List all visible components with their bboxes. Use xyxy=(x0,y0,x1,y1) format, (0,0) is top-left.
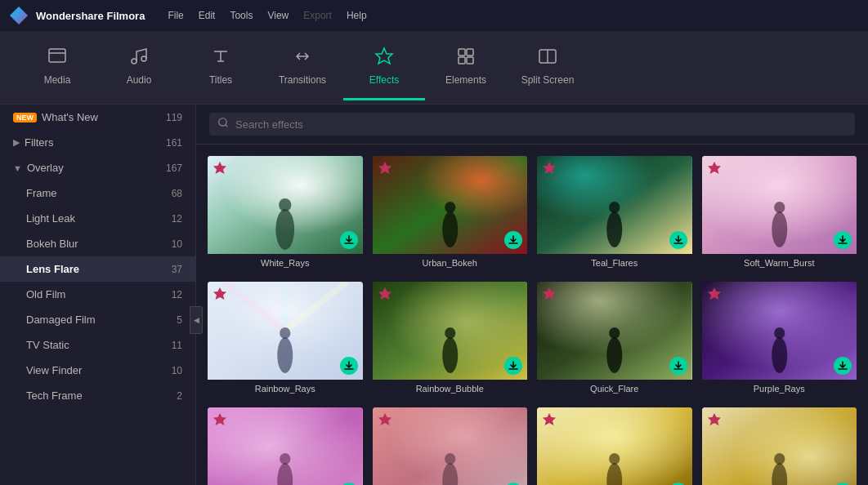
svg-point-23 xyxy=(606,211,622,247)
effect-label-urban-bokeh: Urban_Bokeh xyxy=(373,254,528,272)
effect-thumb-rainbow-rays xyxy=(208,282,363,380)
content-area: White_Rays xyxy=(196,105,868,485)
effects-grid-scroll[interactable]: White_Rays xyxy=(196,145,868,485)
tab-titles[interactable]: Titles xyxy=(180,35,262,100)
sidebar-item-tv-static[interactable]: TV Static 11 xyxy=(0,332,195,358)
sidebar-item-filters[interactable]: ▶ Filters 161 xyxy=(0,130,195,155)
toolbar: Media Audio Titles Transitions xyxy=(0,31,868,105)
tab-effects[interactable]: Effects xyxy=(343,35,425,100)
download-white-rays[interactable] xyxy=(340,231,358,249)
sidebar-item-frame[interactable]: Frame 68 xyxy=(0,180,195,206)
svg-point-36 xyxy=(277,337,293,373)
sidebar-item-bokeh-blur[interactable]: Bokeh Blur 10 xyxy=(0,231,195,256)
svg-rect-7 xyxy=(467,57,473,64)
split-screen-icon xyxy=(538,47,557,69)
sidebar-item-view-finder[interactable]: View Finder 10 xyxy=(0,358,195,383)
sidebar-count-overlay: 167 xyxy=(166,162,182,174)
sidebar-item-tech-frame[interactable]: Tech Frame 2 xyxy=(0,383,195,408)
sidebar-label-lens-flare: Lens Flare xyxy=(26,263,172,275)
effect-card-urban-bokeh[interactable]: Urban_Bokeh xyxy=(373,156,528,272)
svg-point-18 xyxy=(442,211,458,247)
svg-marker-53 xyxy=(708,287,721,300)
svg-marker-38 xyxy=(213,287,226,300)
effect-card-soft-warm-burst[interactable]: Soft_Warm_Burst xyxy=(702,156,857,272)
sidebar-item-light-leak[interactable]: Light Leak 12 xyxy=(0,206,195,231)
tab-split-screen-label: Split Screen xyxy=(521,74,575,86)
svg-rect-6 xyxy=(459,57,465,64)
sidebar-label-bokeh-blur: Bokeh Blur xyxy=(26,238,172,250)
svg-point-13 xyxy=(275,209,294,250)
fav-icon-purple-bursts xyxy=(377,412,393,428)
fav-icon-rainbow-bubble xyxy=(377,286,393,302)
tab-elements[interactable]: Elements xyxy=(425,35,507,100)
download-soft-warm-burst[interactable] xyxy=(834,231,852,249)
effect-card-purple-flare-2[interactable]: Purple_Flare_2 xyxy=(208,407,363,485)
download-urban-bokeh[interactable] xyxy=(504,231,522,249)
effect-card-teal-flares[interactable]: Teal_Flares xyxy=(537,156,692,272)
svg-point-14 xyxy=(279,198,291,211)
effect-card-large-yellow-flare[interactable]: Large_Yellow_Flare xyxy=(537,407,692,485)
transitions-icon xyxy=(293,47,312,69)
effect-card-purple-rays[interactable]: Purple_Rays xyxy=(702,282,857,398)
menu-help[interactable]: Help xyxy=(347,10,367,21)
effect-card-rainbow-rays[interactable]: Rainbow_Rays xyxy=(208,282,363,398)
download-rainbow-rays[interactable] xyxy=(340,357,358,375)
fav-icon-large-yellow-flare-3 xyxy=(706,412,723,428)
tab-media-label: Media xyxy=(44,74,71,86)
sidebar-item-whats-new[interactable]: NEW What's New 119 xyxy=(0,105,195,130)
sidebar-item-overlay[interactable]: ▼ Overlay 167 xyxy=(0,155,195,180)
elements-icon xyxy=(456,47,476,69)
download-purple-rays[interactable] xyxy=(834,357,852,375)
sidebar-item-lens-flare[interactable]: Lens Flare 37 xyxy=(0,256,195,282)
svg-point-29 xyxy=(774,202,785,213)
svg-marker-73 xyxy=(708,413,721,425)
sidebar-count-view-finder: 10 xyxy=(172,365,182,376)
svg-marker-48 xyxy=(543,287,556,300)
download-teal-flares[interactable] xyxy=(669,231,687,249)
svg-point-62 xyxy=(445,453,455,465)
menu-edit[interactable]: Edit xyxy=(199,10,216,21)
new-badge: NEW xyxy=(13,113,37,122)
sidebar-collapse-button[interactable]: ◀ xyxy=(190,306,203,334)
download-quick-flare[interactable] xyxy=(669,357,687,375)
download-rainbow-bubble[interactable] xyxy=(504,357,522,375)
tab-transitions[interactable]: Transitions xyxy=(262,35,343,100)
menu-tools[interactable]: Tools xyxy=(230,10,253,21)
effect-label-rainbow-bubble: Rainbow_Bubble xyxy=(373,380,528,398)
svg-marker-30 xyxy=(708,162,721,174)
fav-icon-purple-flare-2 xyxy=(212,412,228,428)
svg-rect-5 xyxy=(467,49,473,56)
sidebar-count-old-film: 12 xyxy=(172,289,182,300)
sidebar-item-damaged-film[interactable]: Damaged Film 5 xyxy=(0,307,195,332)
effect-card-large-yellow-flare-3[interactable]: Large_Yellow_Flare_3 xyxy=(702,407,857,485)
effect-card-rainbow-bubble[interactable]: Rainbow_Bubble xyxy=(373,282,528,398)
sidebar-item-old-film[interactable]: Old Film 12 xyxy=(0,282,195,307)
effect-thumb-large-yellow-flare xyxy=(537,407,692,485)
tab-split-screen[interactable]: Split Screen xyxy=(507,35,588,100)
effect-card-quick-flare[interactable]: Quick_Flare xyxy=(537,282,692,398)
tab-media[interactable]: Media xyxy=(16,35,98,100)
tab-audio-label: Audio xyxy=(127,74,152,86)
sidebar: NEW What's New 119 ▶ Filters 161 ▼ Overl… xyxy=(0,105,196,485)
svg-point-42 xyxy=(445,327,455,339)
effect-thumb-purple-bursts xyxy=(373,407,528,485)
menu-view[interactable]: View xyxy=(267,10,289,21)
search-input-wrap[interactable] xyxy=(209,113,855,136)
search-icon xyxy=(217,117,229,131)
search-input[interactable] xyxy=(235,118,847,131)
effect-label-purple-rays: Purple_Rays xyxy=(702,380,857,398)
tab-audio[interactable]: Audio xyxy=(98,35,180,100)
menu-file[interactable]: File xyxy=(168,10,183,21)
titlebar: Wondershare Filmora File Edit Tools View… xyxy=(0,0,868,31)
svg-rect-0 xyxy=(49,49,65,62)
fav-icon-teal-flares xyxy=(541,160,557,176)
effect-card-purple-bursts[interactable]: Purple_Bursts xyxy=(373,407,528,485)
effect-card-white-rays[interactable]: White_Rays xyxy=(208,156,363,272)
svg-marker-20 xyxy=(378,162,391,174)
media-icon xyxy=(47,47,67,69)
arrow-overlay-icon: ▼ xyxy=(13,163,22,173)
sidebar-label-tv-static: TV Static xyxy=(26,339,172,351)
effects-icon xyxy=(374,47,394,69)
svg-point-1 xyxy=(132,59,136,64)
titles-icon xyxy=(211,47,230,69)
